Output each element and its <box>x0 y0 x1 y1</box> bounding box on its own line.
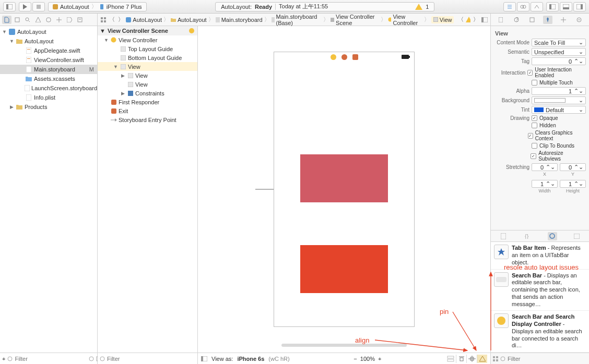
attributes-inspector-icon[interactable] <box>543 16 552 24</box>
code-snippet-lib-icon[interactable]: {} <box>523 232 533 240</box>
symbol-nav-icon[interactable] <box>13 16 22 24</box>
opaque-checkbox[interactable] <box>532 115 537 121</box>
navigator-filter-input[interactable] <box>15 356 87 362</box>
outline-subview-2[interactable]: View <box>98 80 197 89</box>
stop-button[interactable] <box>32 2 45 11</box>
assistant-editor-icon[interactable] <box>517 2 529 11</box>
outline-first-responder[interactable]: First Responder <box>98 98 197 106</box>
clears-context-checkbox[interactable] <box>528 133 533 139</box>
related-items-icon[interactable] <box>100 16 107 24</box>
embed-in-stack-icon[interactable] <box>445 355 456 363</box>
outline-toggle2-icon[interactable] <box>201 356 207 361</box>
nav-file-info[interactable]: Info.plist <box>0 93 97 102</box>
hidden-checkbox[interactable] <box>532 123 537 128</box>
outline-subview-1[interactable]: ▶View <box>98 71 197 80</box>
project-nav-icon[interactable] <box>2 16 11 24</box>
nav-file-viewcontroller[interactable]: ViewController.swift <box>0 55 97 65</box>
library-view-mode-icon[interactable] <box>493 356 498 361</box>
outline-scene-header[interactable]: ▼View Controller Scene <box>98 26 197 35</box>
canvas-view-1[interactable] <box>300 154 388 202</box>
media-lib-icon[interactable] <box>572 232 582 240</box>
zoom-level[interactable]: 100% <box>360 356 375 362</box>
outline-entry-point[interactable]: Storyboard Entry Point <box>98 115 197 124</box>
alpha-field[interactable]: 1 ⌃⌄ <box>532 87 586 95</box>
first-responder-dock-icon[interactable] <box>341 54 347 60</box>
view-controller-canvas[interactable] <box>274 52 415 327</box>
nav-file-storyboard[interactable]: Main.storyboardM <box>0 65 97 74</box>
version-editor-icon[interactable] <box>531 2 543 11</box>
jump-project[interactable]: AutoLayout <box>126 17 162 23</box>
jump-bar[interactable]: 〈 〉 AutoLayout〉 AutoLayout〉 Main.storybo… <box>98 14 490 26</box>
stretch-w-field[interactable]: 1⌃⌄ <box>532 180 558 188</box>
toggle-navigator-icon[interactable] <box>3 2 16 11</box>
canvas-view-2[interactable] <box>300 245 388 293</box>
outline-top-guide[interactable]: Top Layout Guide <box>98 44 197 53</box>
identity-inspector-icon[interactable] <box>527 16 537 24</box>
add-icon[interactable]: + <box>2 356 5 362</box>
autoresize-checkbox[interactable] <box>531 153 536 159</box>
jump-vc[interactable]: View Controller <box>388 14 422 26</box>
clip-to-bounds-checkbox[interactable] <box>532 143 537 149</box>
breakpoint-nav-icon[interactable] <box>65 16 74 24</box>
standard-editor-icon[interactable] <box>503 2 516 11</box>
nav-folder-products[interactable]: ▶Products <box>0 102 97 112</box>
file-inspector-icon[interactable] <box>496 16 505 24</box>
warning-dot-icon[interactable] <box>189 28 194 33</box>
outline-constraints[interactable]: ▶Constraints <box>98 89 197 98</box>
jump-view[interactable]: View <box>431 16 454 23</box>
test-nav-icon[interactable] <box>44 16 53 24</box>
tag-field[interactable]: 0 ⌃⌄ <box>532 57 586 65</box>
jump-scene[interactable]: View Controller Scene <box>331 14 379 26</box>
nav-file-appdelegate[interactable]: AppDelegate.swift <box>0 46 97 55</box>
jump-back2-icon[interactable]: 〈 <box>457 16 464 24</box>
jump-folder[interactable]: AutoLayout <box>171 17 207 23</box>
size-inspector-icon[interactable] <box>559 16 568 24</box>
toggle-bottom-panel-icon[interactable] <box>560 2 572 11</box>
zoom-out-button[interactable]: − <box>354 356 357 362</box>
resolve-issues-icon[interactable] <box>477 355 487 363</box>
nav-file-launch[interactable]: LaunchScreen.storyboard <box>0 83 97 93</box>
pin-icon[interactable] <box>466 355 477 363</box>
outline-root-view[interactable]: ▼View <box>98 62 197 71</box>
recent-filter-icon[interactable] <box>89 356 94 361</box>
nav-project-root[interactable]: ▼AutoLayout <box>0 27 97 37</box>
stretch-x-field[interactable]: 0⌃⌄ <box>532 163 558 171</box>
semantic-select[interactable]: Unspecified⌄ <box>532 48 586 56</box>
jump-forward2-icon[interactable]: 〉 <box>472 16 479 24</box>
nav-file-assets[interactable]: Assets.xcassets <box>0 74 97 83</box>
outline-exit[interactable]: Exit <box>98 106 197 115</box>
view-as-device[interactable]: iPhone 6s <box>237 356 264 362</box>
outline-filter-input[interactable] <box>107 356 195 362</box>
horizontal-scrollbar[interactable] <box>281 342 407 348</box>
issue-nav-icon[interactable] <box>33 16 43 24</box>
storyboard-canvas[interactable]: View as: iPhone 6s (wC hR) − 100% + <box>198 26 490 364</box>
toggle-right-panel-icon[interactable] <box>573 2 586 11</box>
nav-folder-autolayout[interactable]: ▼AutoLayout <box>0 37 97 46</box>
lib-item-searchbar-controller[interactable]: Search Bar and Search Display Controller… <box>491 311 589 353</box>
align-icon[interactable] <box>456 355 466 363</box>
outline-toggle-icon[interactable] <box>481 16 488 24</box>
connections-inspector-icon[interactable] <box>574 16 584 24</box>
zoom-in-button[interactable]: + <box>378 356 381 362</box>
lib-item-searchbar[interactable]: Search Bar - Displays an editable search… <box>491 270 589 311</box>
lib-item-tabbar[interactable]: Tab Bar Item - Represents an item on a U… <box>491 242 589 269</box>
library-filter-scope-icon[interactable] <box>500 356 505 361</box>
library-filter-input[interactable] <box>508 356 587 362</box>
vc-dock-icon[interactable] <box>331 54 336 60</box>
jump-warning-icon[interactable] <box>466 17 470 23</box>
warning-icon[interactable] <box>415 4 422 10</box>
find-nav-icon[interactable] <box>23 16 32 24</box>
outline-bottom-guide[interactable]: Bottom Layout Guide <box>98 53 197 62</box>
object-lib-icon[interactable] <box>548 232 557 240</box>
forward-icon[interactable]: 〉 <box>117 16 125 24</box>
scheme-button[interactable]: AutoLayout 〉 iPhone 7 Plus <box>48 2 147 11</box>
help-inspector-icon[interactable]: ? <box>512 16 521 24</box>
run-button[interactable] <box>19 2 31 11</box>
outline-view-controller[interactable]: ▼View Controller <box>98 35 197 44</box>
back-icon[interactable]: 〈 <box>109 16 116 24</box>
stretch-y-field[interactable]: 0⌃⌄ <box>560 163 586 171</box>
toggle-left-panel-icon[interactable] <box>546 2 559 11</box>
background-color-select[interactable]: ⌄ <box>532 96 586 104</box>
file-template-lib-icon[interactable] <box>499 232 508 240</box>
jump-file[interactable]: Main.storyboard <box>216 17 263 23</box>
